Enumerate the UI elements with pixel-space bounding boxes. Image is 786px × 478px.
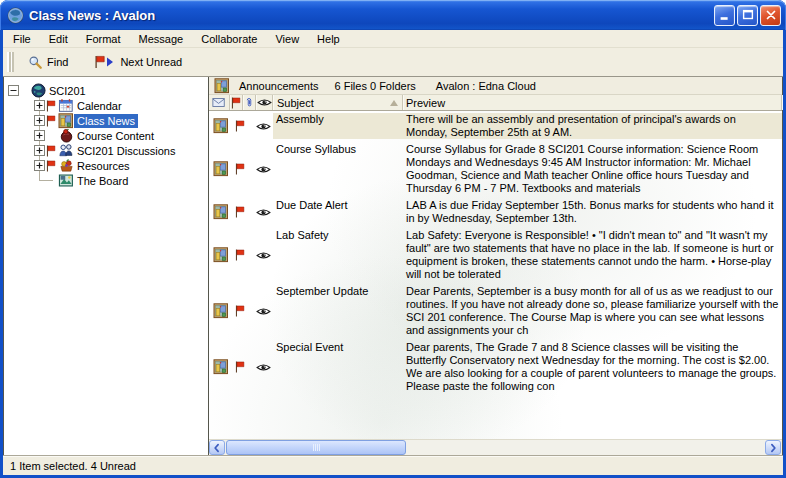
expand-box-icon[interactable] bbox=[34, 115, 45, 126]
message-row[interactable]: Special EventDear parents, The Grade 7 a… bbox=[209, 339, 782, 395]
bulletin-board-icon bbox=[213, 118, 229, 134]
next-unread-button[interactable]: Next Unread bbox=[88, 53, 188, 71]
tree-item-calendar[interactable]: Calendar bbox=[4, 98, 208, 113]
message-eye-cell bbox=[253, 113, 273, 139]
menu-item-format[interactable]: Format bbox=[77, 30, 130, 47]
eye-icon bbox=[256, 250, 271, 261]
message-eye-cell bbox=[253, 143, 273, 195]
expand-box-icon[interactable] bbox=[34, 145, 45, 156]
envelope-icon bbox=[212, 97, 226, 108]
menu-item-view[interactable]: View bbox=[266, 30, 308, 47]
flag-icon bbox=[235, 163, 246, 175]
discussions-icon bbox=[58, 143, 74, 158]
preview-column-header[interactable]: Preview bbox=[403, 95, 782, 110]
tree-item-label: Course Content bbox=[74, 129, 157, 143]
message-subject: Assembly bbox=[273, 113, 403, 139]
status-text: 1 Item selected. 4 Unread bbox=[10, 460, 136, 472]
tree-item-label: The Board bbox=[74, 174, 131, 188]
tree-item-label: SCI201 Discussions bbox=[74, 144, 178, 158]
toolbar: FindNext Unread bbox=[3, 48, 783, 77]
flag-icon bbox=[235, 361, 246, 373]
scrollbar-thumb[interactable] bbox=[226, 440, 406, 455]
message-subject: September Update bbox=[273, 285, 403, 337]
tree-item-sci201-discussions[interactable]: SCI201 Discussions bbox=[4, 143, 208, 158]
message-row[interactable]: Course SyllabusCourse Syllabus for Grade… bbox=[209, 141, 782, 197]
close-button[interactable] bbox=[760, 5, 781, 26]
message-flag-cell bbox=[233, 229, 253, 281]
titlebar[interactable]: Class News : Avalon bbox=[0, 0, 786, 30]
subject-column-label: Subject bbox=[277, 97, 314, 109]
menu-item-collaborate[interactable]: Collaborate bbox=[192, 30, 266, 47]
message-flag-cell bbox=[233, 143, 253, 195]
message-row[interactable]: Due Date AlertLAB A is due Friday Septem… bbox=[209, 197, 782, 227]
sort-ascending-icon bbox=[390, 100, 398, 106]
tree-item-class-news[interactable]: Class News bbox=[4, 113, 208, 128]
minimize-button[interactable] bbox=[714, 5, 735, 26]
maximize-button[interactable] bbox=[737, 5, 758, 26]
expand-box-icon[interactable] bbox=[34, 130, 45, 141]
message-row[interactable]: Lab SafetyLab Safety: Everyone is Respon… bbox=[209, 227, 782, 283]
collapse-box-icon[interactable] bbox=[8, 85, 19, 96]
menubar: FileEditFormatMessageCollaborateViewHelp bbox=[3, 30, 783, 48]
flag-icon bbox=[46, 160, 57, 172]
message-icon-cell bbox=[209, 341, 233, 393]
find-button[interactable]: Find bbox=[22, 53, 74, 72]
bulletin-board-icon bbox=[213, 303, 229, 319]
horizontal-scrollbar[interactable] bbox=[209, 439, 782, 455]
menu-item-message[interactable]: Message bbox=[130, 30, 193, 47]
message-preview: Dear parents, The Grade 7 and 8 Science … bbox=[403, 341, 782, 393]
tree-item-sci201[interactable]: SCI201 bbox=[4, 83, 208, 98]
message-list-panel: Announcements 6 Files 0 Folders Avalon :… bbox=[209, 77, 782, 455]
tree-flag-slot bbox=[46, 145, 57, 157]
menu-item-edit[interactable]: Edit bbox=[40, 30, 77, 47]
eye-icon bbox=[256, 164, 271, 175]
flag-icon bbox=[235, 249, 246, 261]
message-eye-cell bbox=[253, 285, 273, 337]
message-row[interactable]: AssemblyThere will be an assembly and pr… bbox=[209, 111, 782, 141]
message-flag-cell bbox=[233, 113, 253, 139]
subject-column-header[interactable]: Subject bbox=[273, 95, 403, 110]
folder-name: Announcements bbox=[239, 80, 319, 92]
flag-icon bbox=[235, 120, 246, 132]
eye-column-header[interactable] bbox=[256, 95, 273, 110]
message-preview: Dear Parents, September is a busy month … bbox=[403, 285, 782, 337]
attachment-column-header[interactable] bbox=[243, 95, 256, 110]
tree-item-resources[interactable]: Resources bbox=[4, 158, 208, 173]
toolbar-grip-handle[interactable] bbox=[7, 52, 14, 72]
message-flag-cell bbox=[233, 199, 253, 225]
next-unread-icon bbox=[94, 55, 116, 69]
column-header-row: Subject Preview bbox=[209, 95, 782, 111]
message-row[interactable]: September UpdateDear Parents, September … bbox=[209, 283, 782, 339]
bulletin-board-icon bbox=[213, 204, 229, 220]
bulletin-board-icon bbox=[58, 113, 74, 128]
flag-column-header[interactable] bbox=[230, 95, 243, 110]
scroll-left-button[interactable] bbox=[209, 440, 225, 455]
file-folder-counts: 6 Files 0 Folders bbox=[335, 80, 416, 92]
message-icon-cell bbox=[209, 229, 233, 281]
tree-item-label: Resources bbox=[74, 159, 133, 173]
message-preview: Course Syllabus for Grade 8 SCI201 Cours… bbox=[403, 143, 782, 195]
tree-item-label: Calendar bbox=[74, 99, 125, 113]
tree-item-label: SCI201 bbox=[46, 84, 89, 98]
tree-item-label: Class News bbox=[74, 114, 138, 128]
flag-icon bbox=[231, 97, 242, 109]
tree-flag-slot bbox=[46, 100, 57, 112]
eye-icon bbox=[256, 306, 271, 317]
app-window: Class News : Avalon FileEditFormatMessag… bbox=[0, 0, 786, 478]
tree-item-course-content[interactable]: Course Content bbox=[4, 128, 208, 143]
envelope-column-header[interactable] bbox=[209, 95, 230, 110]
message-icon-cell bbox=[209, 199, 233, 225]
message-icon-cell bbox=[209, 113, 233, 139]
scroll-right-button[interactable] bbox=[765, 440, 781, 455]
bulletin-board-icon bbox=[214, 78, 230, 93]
menu-item-file[interactable]: File bbox=[4, 30, 40, 47]
expand-box-icon[interactable] bbox=[34, 100, 45, 111]
menu-item-help[interactable]: Help bbox=[308, 30, 349, 47]
message-icon-cell bbox=[209, 285, 233, 337]
expand-box-icon[interactable] bbox=[34, 160, 45, 171]
tree-item-the-board[interactable]: The Board bbox=[4, 173, 208, 188]
message-list: AssemblyThere will be an assembly and pr… bbox=[209, 111, 782, 439]
picture-board-icon bbox=[58, 173, 74, 188]
calendar-icon bbox=[58, 98, 74, 113]
flag-icon bbox=[46, 100, 57, 112]
